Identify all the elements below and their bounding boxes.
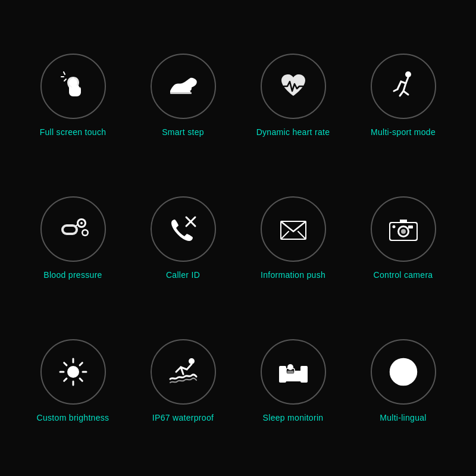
svg-line-8 <box>76 224 78 226</box>
feature-item-ip67-waterproof: IP67 waterproof <box>128 309 238 452</box>
svg-rect-1 <box>170 92 192 94</box>
svg-rect-36 <box>300 366 308 383</box>
icon-circle-control-camera <box>371 196 436 262</box>
feature-item-control-camera: Control camera <box>348 167 458 309</box>
svg-point-10 <box>83 231 87 235</box>
feature-item-multi-sport-mode: Multi-sport mode <box>348 24 458 167</box>
icon-circle-sleep-monitoring <box>261 339 326 405</box>
feature-label-custom-brightness: Custom brightness <box>37 413 109 422</box>
icon-circle-dynamic-heart-rate <box>261 54 326 119</box>
feature-label-blood-pressure: Blood pressure <box>43 270 102 280</box>
icon-circle-ip67-waterproof <box>151 339 216 405</box>
features-grid: Full screen touch Smart step Dynamic hea… <box>12 12 464 464</box>
svg-rect-22 <box>408 226 413 228</box>
feature-label-multi-lingual: Multi-lingual <box>380 413 427 422</box>
icon-circle-custom-brightness <box>40 339 106 405</box>
svg-point-21 <box>401 229 406 234</box>
icon-circle-smart-step <box>151 54 216 119</box>
feature-item-blood-pressure: Blood pressure <box>18 167 128 309</box>
svg-point-23 <box>392 226 395 228</box>
icon-circle-full-screen-touch <box>40 54 106 119</box>
feature-label-smart-step: Smart step <box>162 127 204 137</box>
feature-item-custom-brightness: Custom brightness <box>18 309 128 452</box>
feature-label-caller-id: Caller ID <box>166 270 200 280</box>
feature-label-full-screen-touch: Full screen touch <box>40 127 107 137</box>
svg-point-7 <box>80 222 83 224</box>
svg-point-24 <box>67 366 79 378</box>
svg-rect-35 <box>279 366 286 383</box>
svg-point-38 <box>287 364 293 370</box>
feature-item-caller-id: Caller ID <box>128 167 238 309</box>
svg-line-32 <box>64 378 66 381</box>
feature-item-full-screen-touch: Full screen touch <box>18 24 128 167</box>
feature-item-multi-lingual: Multi-lingual <box>348 309 458 452</box>
feature-item-information-push: Information push <box>238 167 348 309</box>
icon-circle-caller-id <box>151 196 216 262</box>
icon-circle-blood-pressure <box>40 196 106 262</box>
svg-line-31 <box>80 363 82 365</box>
feature-label-multi-sport-mode: Multi-sport mode <box>371 127 436 137</box>
feature-label-control-camera: Control camera <box>374 270 433 280</box>
feature-label-information-push: Information push <box>261 270 325 280</box>
svg-line-30 <box>80 378 82 381</box>
feature-label-sleep-monitoring: Sleep monitorin <box>263 413 324 422</box>
feature-label-ip67-waterproof: IP67 waterproof <box>152 413 214 422</box>
icon-circle-information-push <box>261 196 326 262</box>
icon-circle-multi-lingual <box>371 339 436 405</box>
svg-point-33 <box>189 358 195 364</box>
svg-line-29 <box>64 363 66 365</box>
feature-item-smart-step: Smart step <box>128 24 238 167</box>
feature-item-dynamic-heart-rate: Dynamic heart rate <box>238 24 348 167</box>
icon-circle-multi-sport-mode <box>371 54 436 119</box>
svg-rect-4 <box>64 227 76 233</box>
feature-item-sleep-monitoring: Sleep monitorin <box>238 309 348 452</box>
feature-label-dynamic-heart-rate: Dynamic heart rate <box>256 127 330 137</box>
